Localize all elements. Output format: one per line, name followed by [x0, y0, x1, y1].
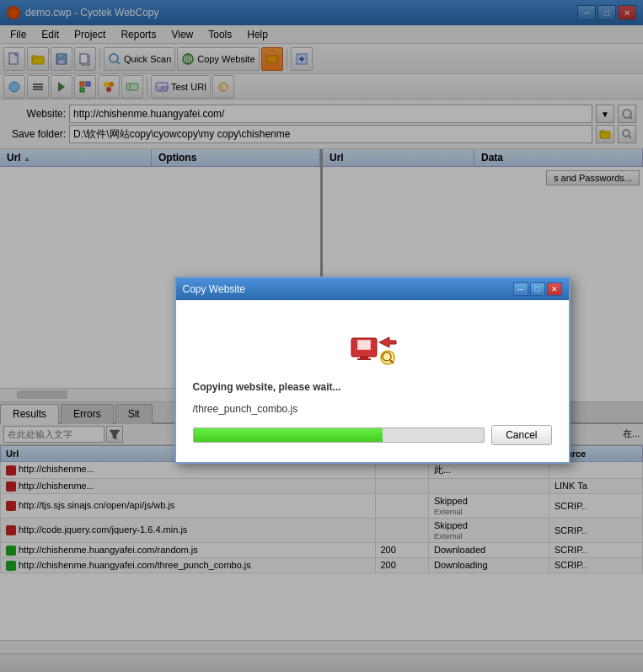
modal-title: Copy Website	[183, 283, 245, 295]
cancel-button[interactable]: Cancel	[491, 425, 551, 445]
svg-marker-46	[379, 337, 396, 347]
main-window: demo.cwp - Cyotek WebCopy ─ □ ✕ File Edi…	[0, 0, 643, 672]
modal-title-bar: Copy Website ─ □ ✕	[176, 278, 569, 300]
modal-body: Copying website, please wait... /three_p…	[176, 300, 569, 462]
modal-maximize-btn[interactable]: □	[530, 282, 545, 296]
svg-rect-43	[357, 340, 371, 350]
modal-minimize-btn[interactable]: ─	[513, 282, 528, 296]
progress-row: Cancel	[193, 425, 552, 445]
modal-close-btn[interactable]: ✕	[547, 282, 562, 296]
modal-message: Copying website, please wait...	[193, 381, 341, 393]
modal-icon-area	[193, 317, 552, 368]
copy-website-dialog: Copy Website ─ □ ✕	[174, 277, 571, 464]
modal-copy-icon	[347, 317, 398, 368]
modal-title-buttons: ─ □ ✕	[513, 282, 562, 296]
progress-bar-container	[193, 427, 485, 443]
modal-overlay: Copy Website ─ □ ✕	[0, 0, 643, 672]
progress-bar-fill	[194, 428, 383, 442]
svg-rect-45	[357, 358, 371, 360]
modal-filename: /three_punch_combo.js	[193, 403, 298, 415]
